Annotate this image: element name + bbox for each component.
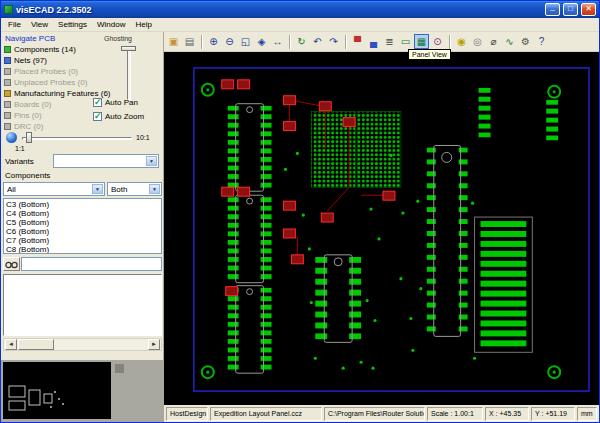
zoom-slider-track[interactable]: [22, 137, 132, 140]
chevron-down-icon[interactable]: [149, 184, 160, 194]
edge-connector[interactable]: [475, 217, 533, 352]
ic-dip-right[interactable]: [427, 145, 468, 336]
settings-icon[interactable]: ⚙: [518, 34, 533, 49]
navigation-sidebar: Navigate PCB Ghosting Components (14): [1, 32, 164, 422]
component-filter-value: All: [7, 185, 16, 194]
scroll-right-arrow-icon[interactable]: [148, 339, 160, 350]
print-icon[interactable]: ▤: [182, 34, 197, 49]
board-thumbnail[interactable]: [3, 362, 111, 419]
variants-dropdown[interactable]: [53, 154, 159, 168]
separator: [201, 35, 203, 49]
component-list-item[interactable]: C7 (Bottom): [6, 236, 159, 245]
tree-item-placed-probes[interactable]: Placed Probes (0): [4, 66, 111, 77]
horizontal-scrollbar[interactable]: [3, 338, 162, 351]
component-filter-dropdown[interactable]: All: [3, 182, 105, 196]
status-file: Expedition Layout Panel.ccz: [210, 407, 322, 421]
overview-dock: [1, 360, 163, 422]
top-side-icon[interactable]: ▀: [350, 34, 365, 49]
menu-file[interactable]: File: [4, 19, 27, 30]
pad-column-top-right[interactable]: [479, 88, 491, 138]
tree-item-label: Placed Probes (0): [14, 67, 78, 76]
zoom-fit-icon[interactable]: ◈: [254, 34, 269, 49]
pan-icon[interactable]: ↔: [270, 34, 285, 49]
zoom-out-icon[interactable]: ⊖: [222, 34, 237, 49]
maximize-button[interactable]: [563, 3, 578, 16]
scroll-left-arrow-icon[interactable]: [5, 339, 17, 350]
scrollbar-thumb[interactable]: [18, 339, 54, 350]
next-view-icon[interactable]: ↷: [326, 34, 341, 49]
panel-view-icon[interactable]: ▦: [414, 34, 429, 49]
cross-probe-icon[interactable]: ⊙: [430, 34, 445, 49]
zoom-in-icon[interactable]: ⊕: [206, 34, 221, 49]
close-button[interactable]: [581, 3, 596, 16]
tree-item-unplaced-probes[interactable]: Unplaced Probes (0): [4, 77, 111, 88]
pcb-viewport[interactable]: [164, 52, 599, 405]
ghosting-slider-track[interactable]: [127, 46, 131, 100]
variants-label: Variants: [5, 157, 34, 166]
tree-item-components[interactable]: Components (14): [4, 44, 111, 55]
ghosting-slider-handle[interactable]: [121, 46, 136, 51]
menu-window[interactable]: Window: [93, 19, 131, 30]
help-icon[interactable]: ?: [534, 34, 549, 49]
tree-item-icon: [4, 90, 11, 97]
thumbnail-shapes: [9, 386, 52, 410]
highlight-icon[interactable]: ◉: [454, 34, 469, 49]
status-units: mm: [577, 407, 597, 421]
redraw-icon[interactable]: ↻: [294, 34, 309, 49]
component-side-value: Both: [111, 185, 127, 194]
bottom-side-icon[interactable]: ▄: [366, 34, 381, 49]
tooltip-panel-view: Panel View: [408, 49, 451, 60]
clear-highlight-icon[interactable]: ◎: [470, 34, 485, 49]
zoom-indicator-ball[interactable]: [6, 132, 17, 143]
menu-view[interactable]: View: [27, 19, 54, 30]
status-scale: Scale : 1.00:1: [427, 407, 483, 421]
binoculars-icon: [5, 260, 18, 269]
tree-item-label: Unplaced Probes (0): [14, 78, 87, 87]
chevron-down-icon[interactable]: [92, 184, 103, 194]
tree-item-nets[interactable]: Nets (97): [4, 55, 111, 66]
tree-item-drc[interactable]: DRC (0): [4, 121, 111, 132]
measure-icon[interactable]: ⌀: [486, 34, 501, 49]
component-side-dropdown[interactable]: Both: [107, 182, 162, 196]
auto-pan-checkbox[interactable]: Auto Pan: [93, 98, 138, 107]
ic-dip-bottom-center[interactable]: [315, 255, 361, 343]
dock-handle[interactable]: [115, 364, 124, 373]
find-button[interactable]: [3, 257, 20, 271]
open-file-icon[interactable]: ▣: [166, 34, 181, 49]
find-input[interactable]: [21, 257, 162, 271]
tree-item-icon: [4, 46, 11, 53]
separator: [345, 35, 347, 49]
component-list-item[interactable]: C4 (Bottom): [6, 209, 159, 218]
zoom-window-icon[interactable]: ◱: [238, 34, 253, 49]
detail-panel: [3, 274, 162, 336]
component-list-item[interactable]: C6 (Bottom): [6, 227, 159, 236]
status-host: HostDesign: [166, 407, 208, 421]
menu-settings[interactable]: Settings: [54, 19, 93, 30]
menu-bar: File View Settings Window Help: [1, 18, 599, 32]
menu-help[interactable]: Help: [131, 19, 157, 30]
pad-column-right-edge[interactable]: [546, 100, 558, 141]
tree-item-label: Components (14): [14, 45, 76, 54]
component-list-item[interactable]: C3 (Bottom): [6, 200, 159, 209]
chevron-down-icon[interactable]: [146, 156, 157, 166]
pcb-canvas[interactable]: [164, 52, 599, 405]
component-list-item[interactable]: C5 (Bottom): [6, 218, 159, 227]
tree-item-label: Boards (0): [14, 100, 51, 109]
status-bar: HostDesign Expedition Layout Panel.ccz C…: [164, 405, 599, 422]
zoom-slider-handle[interactable]: [26, 132, 32, 143]
auto-zoom-label: Auto Zoom: [105, 112, 144, 121]
minimize-button[interactable]: [545, 3, 560, 16]
ic-dip-left-column[interactable]: [228, 104, 272, 373]
board-view-icon[interactable]: ▭: [398, 34, 413, 49]
component-list-item[interactable]: C8 (Bottom): [6, 245, 159, 254]
layers-icon[interactable]: ≣: [382, 34, 397, 49]
tree-item-label: Pins (0): [14, 111, 42, 120]
tree-item-icon: [4, 101, 11, 108]
main-toolbar: ▣ ▤ ⊕ ⊖ ◱ ◈ ↔ ↻: [164, 32, 599, 52]
status-y: Y : +51.19: [531, 407, 575, 421]
net-trace-icon[interactable]: ∿: [502, 34, 517, 49]
checkbox-checked-icon: [93, 98, 102, 107]
previous-view-icon[interactable]: ↶: [310, 34, 325, 49]
window-title: visECAD 2.2.3502: [16, 5, 542, 15]
auto-zoom-checkbox[interactable]: Auto Zoom: [93, 112, 144, 121]
